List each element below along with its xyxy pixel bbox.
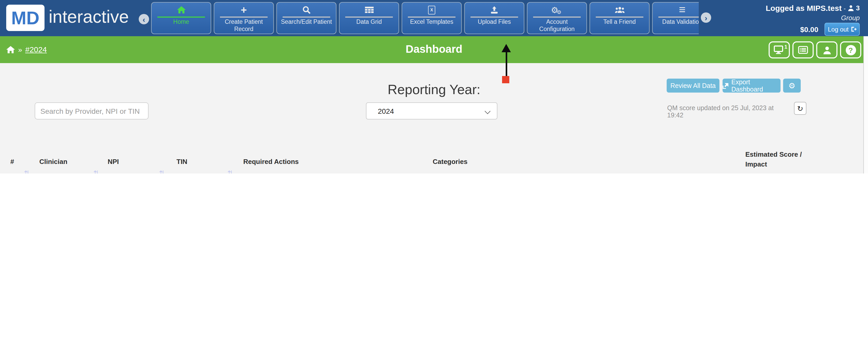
nav-tell-a-friend-button[interactable]: Tell a Friend [590,2,650,34]
nav-divider [596,16,643,18]
provider-count: 3 [856,4,860,12]
logout-label: Log out [828,26,848,33]
session-monitor-button[interactable]: 1 [769,41,790,59]
nav-data-grid-button[interactable]: Data Grid [339,2,399,34]
col-header-tin: TIN [177,158,187,166]
col-header-required-actions: Required Actions [243,158,299,166]
sort-npi-icon[interactable]: ⇅ [93,169,99,174]
col-header-estimated-score: Estimated Score / Impact [745,150,802,169]
annotation-arrow-line [506,51,507,77]
help-button[interactable]: ? [840,41,861,59]
logo-md-text: MD [11,7,40,28]
col-header-npi: NPI [108,158,119,166]
nav-label: Tell a Friend [602,19,637,26]
logged-as-text: Logged as MIPS.test [766,4,842,12]
refresh-qm-score-button[interactable]: ↻ [794,102,806,115]
upload-icon [490,5,498,15]
balance-logout-row: $0.00 Log out [800,23,860,36]
nav-label: Data Grid [355,19,383,26]
search-input[interactable] [35,102,149,119]
nav-divider [470,16,518,18]
gears-icon: ⚙⚙ [551,5,563,15]
door-exit-icon [851,26,856,32]
page-title: Dashboard [0,43,868,55]
nav-label: Upload Files [476,19,513,26]
nav-excel-templates-button[interactable]: X Excel Templates [402,2,462,34]
monitor-count-badge: 1 [784,44,787,50]
nav-account-configuration-button[interactable]: ⚙⚙ Account Configuration [527,2,587,34]
col-header-number: # [10,158,14,166]
question-icon: ? [845,45,856,55]
nav-menu: Home + Create Patient Record Search/Edit… [151,2,712,34]
col-header-clinician: Clinician [39,158,67,166]
provider-icon [848,5,854,11]
logged-as-separator: - [844,5,845,11]
refresh-icon: ↻ [797,104,803,112]
nav-label: Excel Templates [408,19,455,26]
nav-upload-files-button[interactable]: Upload Files [464,2,524,34]
list-icon [798,46,808,54]
menu-icon: ≡ [679,5,686,15]
annotation-cursor-marker [502,76,509,83]
page-header-bar: Dashboard » #2024 1 [0,36,868,63]
nav-home-button[interactable]: Home [151,2,211,34]
nav-divider [157,16,205,18]
logged-as-line: Logged as MIPS.test - 3 [766,4,860,12]
nav-divider [533,16,581,18]
account-type-label: Group [841,14,860,22]
breadcrumb-separator: » [18,45,22,54]
nav-label: Search/Edit Patient [279,19,334,26]
reporting-year-select[interactable]: 2024 [366,102,497,119]
nav-label: Data Validation [661,19,704,26]
nav-divider [345,16,393,18]
expand-nav-icon[interactable]: › [701,12,711,23]
logo[interactable]: MD [6,5,44,31]
people-icon [615,5,624,15]
logout-button[interactable]: Log out [825,23,860,36]
nav-label: Home [172,19,190,26]
excel-file-icon: X [428,5,435,15]
col-header-categories: Categories [433,158,467,166]
reporting-year-label: Reporting Year: [0,82,868,98]
plus-icon: + [241,5,247,15]
nav-create-patient-button[interactable]: + Create Patient Record [214,2,274,34]
home-icon[interactable] [6,46,15,53]
nav-search-patient-button[interactable]: Search/Edit Patient [276,2,336,34]
sort-clinician-icon[interactable]: ⇅ [24,169,30,174]
nav-label: Create Patient Record [214,19,273,33]
qm-score-status: QM score updated on 25 Jul, 2023 at 19:4… [667,104,792,119]
home-icon [177,5,186,15]
breadcrumb-year-link[interactable]: #2024 [25,45,47,54]
sort-tin-icon[interactable]: ⇅ [159,169,165,174]
nav-divider [283,16,330,18]
dashboard-page: MD interactive ‹ Home + Create Patient R… [0,0,868,174]
nav-label: Account Configuration [527,19,586,33]
collapse-nav-icon[interactable]: ‹ [139,14,149,24]
nav-divider [408,16,456,18]
user-panel: › Logged as MIPS.test - 3 Group $0.00 Lo… [699,0,868,36]
profile-button[interactable] [816,41,837,59]
forms-list-button[interactable] [793,41,814,59]
estimated-score-line1: Estimated Score / [745,150,802,160]
user-icon [823,46,831,54]
sort-required-actions-icon[interactable]: ⇅ [227,169,233,174]
estimated-score-line2: Impact [745,160,802,170]
grid-icon [365,5,373,15]
top-navbar: MD interactive ‹ Home + Create Patient R… [0,0,868,36]
vertical-scrollbar[interactable] [863,36,868,174]
account-balance: $0.00 [800,25,818,33]
breadcrumb: » #2024 [6,45,47,54]
header-icon-buttons: 1 ? [769,41,861,59]
logo-wordmark: interactive [49,7,129,27]
nav-divider [220,16,268,18]
search-icon [302,5,311,15]
monitor-icon [774,45,785,54]
